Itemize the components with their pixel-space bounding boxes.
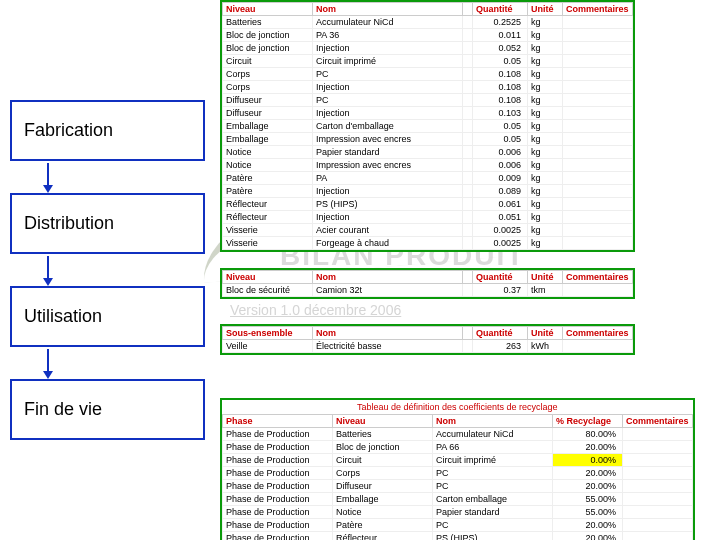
cell: Injection [313,185,463,198]
cell [623,519,693,532]
cell: Circuit imprimé [313,55,463,68]
cell: Diffuseur [223,94,313,107]
cell [463,211,473,224]
table-row: RéflecteurInjection0.051kg [223,211,633,224]
cell [463,29,473,42]
table-row: Phase de ProductionRéflecteurPS (HIPS)20… [223,532,693,541]
cell [563,16,633,29]
table-utilisation: Sous-ensembleNomQuantitéUnitéCommentaire… [220,324,635,355]
cell [463,42,473,55]
cell: kg [528,68,563,81]
cell: Bloc de jonction [333,441,433,454]
cell [463,120,473,133]
cell: Électricité basse [313,340,463,353]
table-row: Phase de ProductionNoticePapier standard… [223,506,693,519]
col-header: Unité [528,271,563,284]
cell: kg [528,198,563,211]
cell: 20.00% [553,480,623,493]
cell: kg [528,237,563,250]
cell [463,55,473,68]
table-row: DiffuseurPC0.108kg [223,94,633,107]
cell: Injection [313,42,463,55]
cell [563,94,633,107]
cell: Impression avec encres [313,159,463,172]
cell: PS (HIPS) [313,198,463,211]
cell: Injection [313,81,463,94]
table-row: Phase de ProductionBloc de jonctionPA 66… [223,441,693,454]
col-header: Nom [313,327,463,340]
table-row: VeilleÉlectricité basse263kWh [223,340,633,353]
cell [563,146,633,159]
cell: Bloc de jonction [223,29,313,42]
table-row: Phase de ProductionEmballageCarton embal… [223,493,693,506]
cell: 263 [473,340,528,353]
arrow-down-icon [47,163,49,191]
recycle-title: Tableau de définition des coefficients d… [222,400,693,414]
cell: kg [528,146,563,159]
cell: Circuit [223,55,313,68]
cell [563,133,633,146]
phase-label: Fabrication [24,120,113,140]
col-header [463,271,473,284]
cell: 20.00% [553,532,623,541]
cell: 0.37 [473,284,528,297]
cell: kg [528,172,563,185]
cell: Forgeage à chaud [313,237,463,250]
table-row: VisserieForgeage à chaud0.0025kg [223,237,633,250]
cell [623,441,693,454]
cell [563,198,633,211]
col-header: Niveau [223,271,313,284]
col-header: Nom [313,3,463,16]
cell: kg [528,211,563,224]
cell: Patère [223,172,313,185]
cell: 0.006 [473,146,528,159]
cell: Corps [223,68,313,81]
table-row: EmballageImpression avec encres0.05kg [223,133,633,146]
cell: Réflecteur [333,532,433,541]
cell: PS (HIPS) [433,532,553,541]
cell: Emballage [333,493,433,506]
cell [563,224,633,237]
col-header: Sous-ensemble [223,327,313,340]
cell: PC [433,467,553,480]
cell: Diffuseur [333,480,433,493]
cell [563,55,633,68]
table-fin-de-vie: Tableau de définition des coefficients d… [220,398,695,540]
cell: Carton emballage [433,493,553,506]
cell: 0.05 [473,133,528,146]
cell: Phase de Production [223,532,333,541]
cell: PC [433,519,553,532]
cell: kg [528,120,563,133]
arrow-down-icon [47,349,49,377]
col-header: Commentaires [563,327,633,340]
cell: 0.05 [473,120,528,133]
logo-version: Version 1.0 décembre 2006 [230,302,600,318]
cell: PC [433,480,553,493]
cell: PC [313,94,463,107]
cell: Accumulateur NiCd [313,16,463,29]
cell: kg [528,16,563,29]
cell: Carton d'emballage [313,120,463,133]
cell [563,340,633,353]
cell [623,493,693,506]
cell: 0.108 [473,81,528,94]
cell: kg [528,133,563,146]
cell [623,467,693,480]
cell [623,454,693,467]
cell: tkm [528,284,563,297]
cell [463,81,473,94]
cell [463,198,473,211]
cell [463,16,473,29]
cell: Phase de Production [223,467,333,480]
cell: kg [528,159,563,172]
cell: Notice [223,159,313,172]
cell: 20.00% [553,519,623,532]
col-header: Quantité [473,327,528,340]
cell [563,120,633,133]
cell: Injection [313,107,463,120]
cell [623,532,693,541]
table-row: Phase de ProductionBatteriesAccumulateur… [223,428,693,441]
cell: Phase de Production [223,506,333,519]
cell: kg [528,42,563,55]
cell: Phase de Production [223,454,333,467]
